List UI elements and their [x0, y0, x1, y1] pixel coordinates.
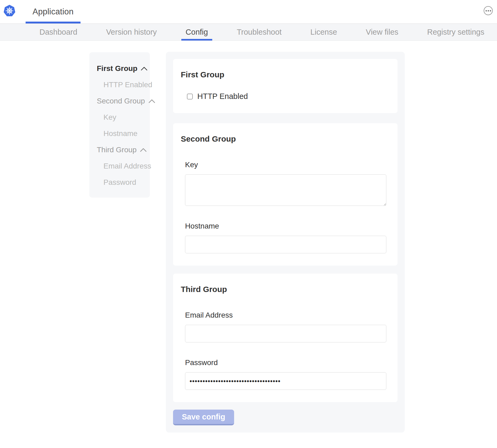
nav-tabs: Dashboard Version history Config Trouble…	[0, 24, 497, 41]
app-header: Application	[0, 0, 497, 24]
tab-view-files[interactable]: View files	[362, 24, 403, 41]
email-address-field: Email Address	[185, 310, 386, 342]
tab-config[interactable]: Config	[181, 24, 212, 41]
field-label-key: Key	[185, 159, 386, 170]
sidebar-item-hostname[interactable]: Hostname	[97, 130, 150, 138]
sidebar-item-http-enabled[interactable]: HTTP Enabled	[97, 81, 150, 89]
chevron-up-icon	[141, 67, 147, 71]
sidebar-group-third-group[interactable]: Third Group	[97, 146, 150, 154]
tab-dashboard[interactable]: Dashboard	[35, 24, 82, 41]
sidebar-group-second-group[interactable]: Second Group	[97, 97, 150, 105]
config-form-area: First Group HTTP Enabled Second Group Ke…	[166, 52, 405, 433]
field-label-hostname: Hostname	[185, 221, 386, 231]
tab-version-history[interactable]: Version history	[102, 24, 161, 41]
http-enabled-row[interactable]: HTTP Enabled	[185, 92, 386, 101]
field-label-email-address: Email Address	[185, 310, 386, 321]
group-title: Second Group	[181, 133, 386, 145]
field-label-password: Password	[185, 357, 386, 368]
key-textarea[interactable]	[185, 174, 386, 206]
hostname-input[interactable]	[185, 236, 386, 253]
config-page: First Group HTTP Enabled Second Group Ke…	[0, 41, 497, 448]
password-field: Password	[185, 357, 386, 390]
sidebar-item-email-address[interactable]: Email Address	[97, 162, 150, 170]
config-group-card-second: Second Group Key Hostname	[173, 123, 398, 266]
save-config-button[interactable]: Save config	[173, 410, 234, 425]
sidebar-item-password[interactable]: Password	[97, 178, 150, 186]
app-title: Application	[33, 7, 74, 17]
tab-registry-settings[interactable]: Registry settings	[423, 24, 488, 41]
http-enabled-checkbox[interactable]	[187, 94, 193, 99]
hostname-field: Hostname	[185, 221, 386, 253]
password-input[interactable]	[185, 372, 386, 390]
key-field: Key	[185, 159, 386, 206]
sidebar-group-first-group[interactable]: First Group	[97, 65, 150, 73]
sidebar-item-key[interactable]: Key	[97, 113, 150, 121]
group-title: Third Group	[181, 284, 386, 295]
ellipsis-icon	[486, 10, 487, 11]
email-address-input[interactable]	[185, 325, 386, 342]
tab-license[interactable]: License	[306, 24, 341, 41]
app-tab-application[interactable]: Application	[26, 0, 81, 23]
config-sidebar: First Group HTTP Enabled Second Group Ke…	[89, 52, 150, 198]
config-group-card-third: Third Group Email Address Password	[173, 274, 398, 402]
config-group-card-first: First Group HTTP Enabled	[173, 59, 398, 113]
chevron-up-icon	[149, 99, 155, 103]
more-menu-button[interactable]	[484, 6, 493, 15]
admin-console: Application Dashboard Version history Co…	[0, 0, 497, 448]
kubernetes-logo-icon	[3, 4, 16, 17]
chevron-up-icon	[140, 148, 147, 152]
group-title: First Group	[181, 69, 386, 80]
tab-troubleshoot[interactable]: Troubleshoot	[233, 24, 286, 41]
checkbox-label: HTTP Enabled	[197, 92, 248, 101]
